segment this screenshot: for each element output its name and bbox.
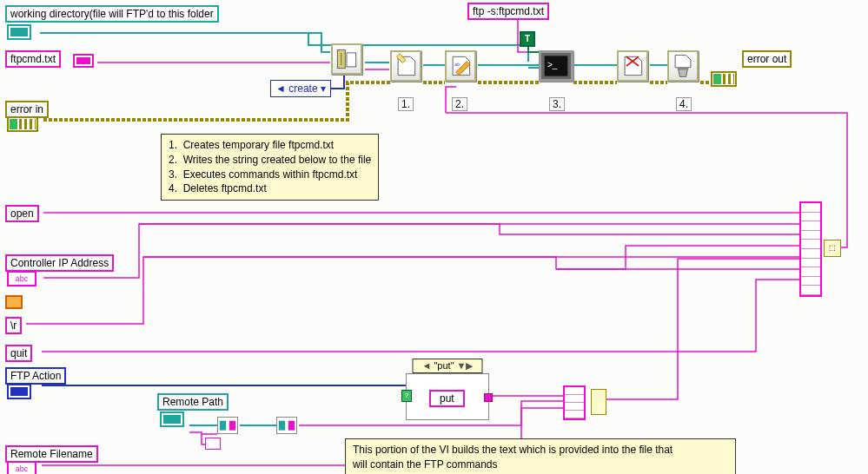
remote-path-label: Remote Path [157, 393, 229, 411]
concat-main-node[interactable] [799, 201, 822, 297]
error-in-terminal[interactable] [7, 116, 38, 132]
ftpcmd-label: ftpcmd.txt [5, 50, 61, 68]
svg-rect-8 [678, 68, 688, 70]
svg-rect-12 [288, 421, 295, 431]
concat-out-icon: ⬚ [824, 240, 841, 257]
controller-ip-terminal[interactable] [7, 271, 36, 286]
case-output-tunnel [484, 393, 493, 402]
working-dir-label: working directory(file will FTP'd to thi… [5, 5, 219, 23]
bottom-note: This portion of the VI builds the text w… [345, 438, 736, 474]
working-dir-terminal[interactable] [7, 24, 31, 40]
svg-rect-9 [220, 421, 226, 431]
svg-rect-11 [279, 421, 285, 431]
svg-rect-1 [347, 53, 356, 67]
step-4: 4. [676, 97, 692, 111]
delete-file-node[interactable] [667, 50, 699, 82]
controller-ip-label: Controller IP Address [5, 254, 114, 272]
build-path-node[interactable] [331, 43, 362, 75]
quit-const: quit [5, 345, 32, 362]
case-selector-terminal: ? [401, 390, 412, 402]
steps-note: 1. Creates temporary file ftpcmd.txt 2. … [161, 134, 379, 201]
ftp-action-label: FTP Action [5, 367, 66, 385]
svg-text:ab: ab [454, 61, 461, 67]
remote-filename-label: Remote Filename [5, 445, 98, 463]
ftp-action-terminal[interactable] [7, 384, 31, 399]
bool-true-const: T [520, 31, 535, 47]
remote-filename-terminal[interactable] [7, 461, 36, 474]
svg-text:>_: >_ [547, 60, 558, 69]
ftpcmd-terminal[interactable] [73, 54, 94, 68]
concat-put-node[interactable] [563, 385, 586, 420]
step-2: 2. [452, 97, 467, 111]
remote-path-terminal[interactable] [160, 411, 184, 427]
error-in-label: error in [5, 101, 49, 118]
error-out-terminal[interactable] [711, 71, 737, 87]
case-selector[interactable]: "put" [412, 359, 482, 373]
step-3: 3. [549, 97, 565, 111]
put-const: put [429, 390, 465, 407]
error-out-label: error out [742, 50, 792, 68]
ftp-s-const: ftp -s:ftpcmd.txt [467, 3, 549, 20]
system-exec-node[interactable]: >_ [539, 50, 573, 82]
step-1: 1. [398, 97, 414, 111]
small-pink-node[interactable] [205, 438, 221, 450]
slash-const [5, 295, 23, 309]
strip-path-node[interactable] [276, 417, 297, 434]
case-structure[interactable]: "put" ? put [406, 373, 489, 420]
close-file-node[interactable] [617, 50, 648, 82]
cr-const: \r [5, 317, 22, 334]
format-node[interactable] [591, 389, 606, 415]
open-const: open [5, 205, 39, 222]
svg-rect-10 [229, 421, 235, 431]
create-const[interactable]: create [270, 80, 331, 97]
path-to-string-node[interactable] [217, 417, 238, 434]
open-create-file-node[interactable] [390, 50, 421, 82]
write-text-node[interactable]: ab [445, 50, 476, 82]
